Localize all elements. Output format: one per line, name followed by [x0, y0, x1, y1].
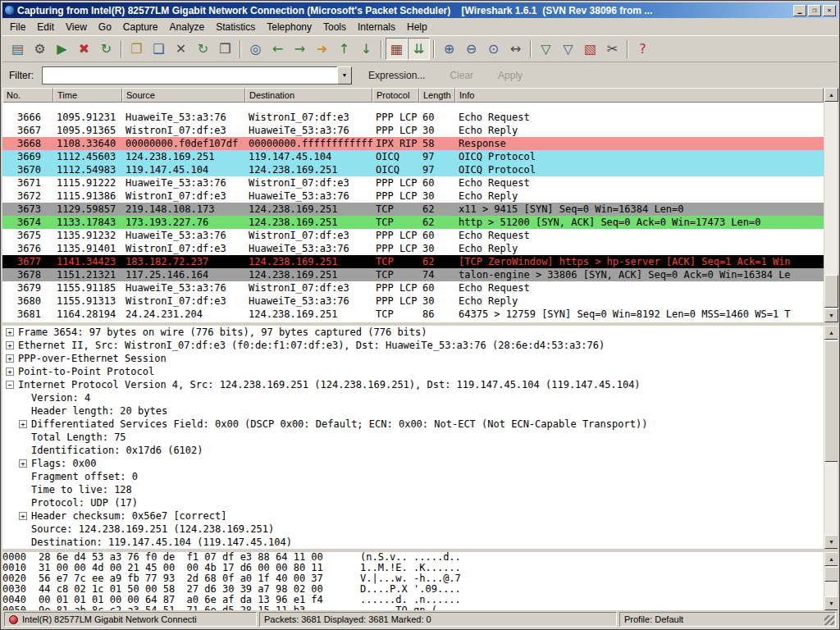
expression-button[interactable]: Expression...	[360, 66, 433, 84]
detail-line[interactable]: Fragment offset: 0	[2, 470, 824, 483]
packet-list-scrollbar[interactable]: ▲ ▼	[824, 88, 838, 322]
menu-item-telephony[interactable]: Telephony	[261, 19, 317, 35]
hex-line[interactable]: 00509e 81 ab 8c c2 a3 54 51 71 6e d5 28 …	[2, 605, 824, 610]
capture-stop-button[interactable]: ✖	[73, 38, 95, 60]
collapse-toggle-icon[interactable]: −	[6, 381, 14, 389]
detail-line[interactable]: Version: 4	[2, 391, 824, 404]
packet-row-3680[interactable]: 36801155.91313WistronI_07:df:e3HuaweiTe_…	[2, 294, 824, 308]
scrollbar-thumb[interactable]	[824, 567, 838, 582]
packet-row-3673[interactable]: 36731129.59857219.148.108.173124.238.169…	[2, 203, 824, 216]
detail-line[interactable]: Header length: 20 bytes	[2, 404, 824, 418]
file-open-button[interactable]: ❐	[126, 38, 148, 60]
maximize-button[interactable]: ❐	[808, 5, 821, 16]
detail-line[interactable]: Total Length: 75	[2, 431, 824, 444]
packet-row-3676[interactable]: 36761135.91401WistronI_07:df:e3HuaweiTe_…	[2, 242, 824, 255]
preferences-button[interactable]: ✂	[601, 38, 623, 60]
detail-line[interactable]: +Header checksum: 0x56e7 [correct]	[2, 509, 824, 523]
menu-item-help[interactable]: Help	[401, 19, 433, 35]
display-filters-button[interactable]: ▽	[557, 38, 579, 60]
file-save-button[interactable]: ❑	[148, 38, 170, 60]
go-to-packet-button[interactable]: ➜	[311, 38, 333, 60]
menu-item-internals[interactable]: Internals	[352, 19, 401, 35]
go-to-bottom-button[interactable]: ↓	[355, 38, 377, 60]
detail-line[interactable]: Source: 124.238.169.251 (124.238.169.251…	[2, 523, 824, 536]
menu-item-statistics[interactable]: Statistics	[210, 19, 261, 35]
menu-item-tools[interactable]: Tools	[317, 19, 352, 35]
menu-item-capture[interactable]: Capture	[117, 19, 164, 35]
reload-button[interactable]: ↻	[192, 38, 214, 60]
resize-grip[interactable]	[824, 615, 834, 625]
packet-row-3666[interactable]: 36661095.91231HuaweiTe_53:a3:76WistronI_…	[2, 111, 824, 124]
detail-line[interactable]: Identification: 0x17d6 (6102)	[2, 444, 824, 457]
packet-row-3672[interactable]: 36721115.91386WistronI_07:df:e3HuaweiTe_…	[2, 189, 824, 203]
menu-item-go[interactable]: Go	[93, 19, 117, 35]
zoom-in-button[interactable]: ⊕	[438, 38, 460, 60]
scroll-up-icon[interactable]: ▲	[824, 326, 838, 340]
detail-line[interactable]: Time to live: 128	[2, 483, 824, 496]
capture-start-button[interactable]: ▶	[51, 38, 73, 60]
menu-item-file[interactable]: File	[4, 19, 31, 35]
menu-item-view[interactable]: View	[60, 19, 93, 35]
scroll-up-icon[interactable]: ▲	[824, 552, 838, 566]
packet-row-3679[interactable]: 36791155.91185HuaweiTe_53:a3:76WistronI_…	[2, 281, 824, 294]
expand-toggle-icon[interactable]: +	[19, 459, 27, 468]
print-button[interactable]: ❒	[214, 38, 236, 60]
auto-scroll-button[interactable]: ⇊	[408, 38, 430, 60]
packet-row-3668[interactable]: 36681108.3364000000000.f0def107df0000000…	[2, 137, 824, 150]
file-close-button[interactable]: ✕	[170, 38, 192, 60]
packet-row-3667[interactable]: 36671095.91365WistronI_07:df:e3HuaweiTe_…	[2, 124, 824, 137]
scrollbar-thumb[interactable]	[824, 340, 838, 462]
detail-line[interactable]: +Ethernet II, Src: WistronI_07:df:e3 (f0…	[2, 339, 824, 352]
detail-line[interactable]: +Point-to-Point Protocol	[2, 365, 824, 378]
packet-row-3671[interactable]: 36711115.91222HuaweiTe_53:a3:76WistronI_…	[2, 176, 824, 189]
column-header-source[interactable]: Source	[122, 88, 245, 103]
scroll-down-icon[interactable]: ▼	[824, 308, 838, 322]
list-interfaces-button[interactable]: ▤	[7, 38, 29, 60]
expand-toggle-icon[interactable]: +	[6, 354, 14, 363]
packet-row-3670[interactable]: 36701112.54983119.147.45.104124.238.169.…	[2, 163, 824, 176]
capture-options-button[interactable]: ⚙	[29, 38, 51, 60]
expand-toggle-icon[interactable]: +	[6, 328, 14, 336]
go-forward-button[interactable]: →	[289, 38, 311, 60]
column-header-info[interactable]: Info	[455, 88, 824, 103]
column-header-no[interactable]: No.	[2, 88, 53, 103]
clear-button[interactable]: Clear	[441, 66, 482, 84]
detail-line[interactable]: +Frame 3654: 97 bytes on wire (776 bits)…	[2, 326, 824, 339]
packet-row-3681[interactable]: 36811164.2819424.24.231.204124.238.169.2…	[2, 308, 824, 321]
detail-line[interactable]: +Flags: 0x00	[2, 457, 824, 470]
go-back-button[interactable]: ←	[267, 38, 289, 60]
help-button[interactable]: ?	[632, 38, 654, 60]
packet-row-3675[interactable]: 36751135.91232HuaweiTe_53:a3:76WistronI_…	[2, 229, 824, 242]
zoom-100-button[interactable]: ⊙	[482, 38, 504, 60]
menu-item-analyze[interactable]: Analyze	[164, 19, 211, 35]
scrollbar-thumb[interactable]	[824, 275, 838, 308]
column-header-time[interactable]: Time	[53, 88, 122, 103]
expert-info-indicator-icon[interactable]	[9, 615, 18, 624]
packet-row-3674[interactable]: 36741133.17843173.193.227.76124.238.169.…	[2, 216, 824, 229]
detail-line[interactable]: +PPP-over-Ethernet Session	[2, 352, 824, 365]
packet-row-3669[interactable]: 36691112.45603124.238.169.251119.147.45.…	[2, 150, 824, 163]
minimize-button[interactable]: ▁	[793, 5, 806, 16]
expand-toggle-icon[interactable]: +	[6, 341, 14, 349]
detail-line[interactable]: Destination: 119.147.45.104 (119.147.45.…	[2, 536, 824, 549]
colorize-list-button[interactable]: ▦	[386, 38, 408, 60]
details-scrollbar[interactable]: ▲ ▼	[824, 326, 838, 549]
apply-button[interactable]: Apply	[490, 66, 531, 84]
hex-scrollbar[interactable]: ▲ ▼	[824, 552, 838, 610]
column-header-destination[interactable]: Destination	[245, 88, 372, 103]
filter-combo-arrow-icon[interactable]: ▼	[337, 66, 352, 84]
detail-line[interactable]: Protocol: UDP (17)	[2, 496, 824, 509]
column-header-protocol[interactable]: Protocol	[372, 88, 419, 103]
column-header-length[interactable]: Length	[419, 88, 455, 103]
detail-line[interactable]: −Internet Protocol Version 4, Src: 124.2…	[2, 378, 824, 391]
coloring-rules-button[interactable]: ▧	[579, 38, 601, 60]
packet-row-3678[interactable]: 36781151.21321117.25.146.164124.238.169.…	[2, 268, 824, 281]
capture-filters-button[interactable]: ▽	[535, 38, 557, 60]
resize-columns-button[interactable]: ↔	[504, 38, 527, 60]
scroll-down-icon[interactable]: ▼	[824, 535, 838, 549]
filter-input[interactable]	[42, 66, 337, 84]
find-packet-button[interactable]: ◎	[244, 38, 267, 60]
expand-toggle-icon[interactable]: +	[6, 368, 14, 376]
packet-row-3677[interactable]: 36771141.34423183.182.72.237124.238.169.…	[2, 255, 824, 268]
scroll-down-icon[interactable]: ▼	[824, 596, 838, 610]
